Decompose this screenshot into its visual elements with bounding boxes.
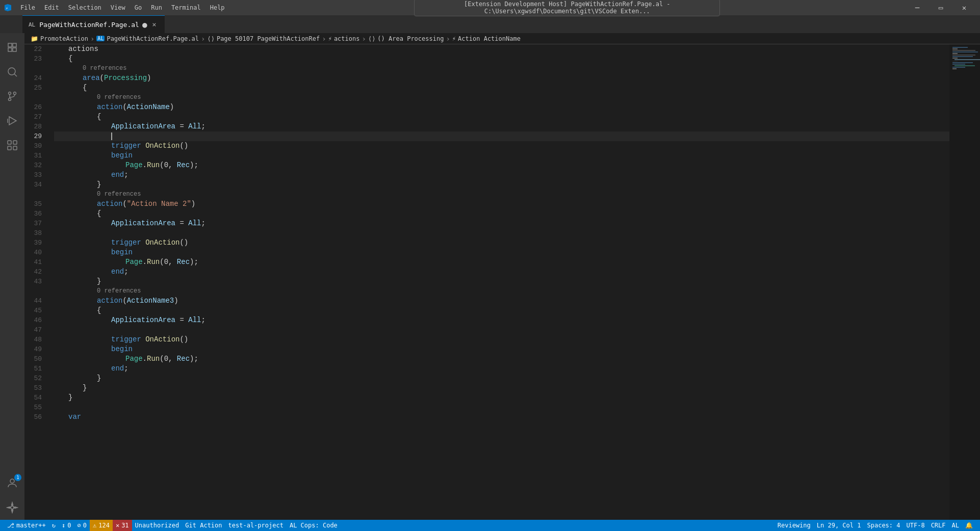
breadcrumb-al-badge[interactable]: AL PageWithActionRef.Page.al bbox=[96, 35, 199, 42]
tab-al-badge: AL bbox=[29, 21, 35, 28]
remote-button[interactable]: ↕ 0 bbox=[59, 520, 74, 531]
cursor-position[interactable]: Ln 29, Col 1 bbox=[814, 520, 864, 531]
breadcrumb-sep-5: › bbox=[446, 35, 450, 43]
git-branch-label: master++ bbox=[16, 522, 46, 529]
errors-button[interactable]: ⊘ 0 bbox=[74, 520, 90, 531]
ln-48: 48 bbox=[24, 335, 46, 344]
path-breadcrumb: [Extension Development Host] PageWithAct… bbox=[233, 0, 901, 16]
minimize-button[interactable]: ─ bbox=[906, 0, 929, 15]
line-ending[interactable]: CRLF bbox=[928, 520, 949, 531]
page-icon: ⟨⟩ bbox=[207, 35, 214, 42]
indentation[interactable]: Spaces: 4 bbox=[864, 520, 903, 531]
app-container: AL PageWithActionRef.Page.al ● × bbox=[0, 15, 980, 531]
code-line-30: trigger OnAction() bbox=[54, 141, 949, 151]
problems-icon: ✕ bbox=[116, 522, 119, 529]
svg-marker-11 bbox=[9, 117, 16, 125]
ln-34: 34 bbox=[24, 180, 46, 190]
activity-settings[interactable] bbox=[0, 495, 24, 520]
tab-label: PageWithActionRef.Page.al bbox=[39, 21, 139, 29]
problems-count[interactable]: ✕ 31 bbox=[113, 520, 132, 531]
project-name[interactable]: test-al-project bbox=[225, 520, 287, 531]
code-line-45: { bbox=[54, 306, 949, 315]
unauthorized-status[interactable]: Unauthorized bbox=[132, 520, 183, 531]
code-line-38 bbox=[54, 228, 949, 238]
menu-selection[interactable]: Selection bbox=[64, 3, 106, 12]
code-line-31: begin bbox=[54, 151, 949, 161]
tab-close-button[interactable]: × bbox=[150, 20, 159, 29]
svg-rect-14 bbox=[13, 141, 17, 144]
code-content[interactable]: actions { 0 references area(Processing) bbox=[50, 44, 949, 520]
git-branch[interactable]: ⎇ master++ bbox=[4, 520, 49, 531]
ln-ref1 bbox=[24, 64, 46, 73]
notification-bell[interactable]: 🔔 bbox=[962, 520, 976, 531]
maximize-button[interactable]: ▭ bbox=[929, 0, 952, 15]
tab-modified-dot: ● bbox=[142, 20, 147, 30]
menu-terminal[interactable]: Terminal bbox=[167, 3, 205, 12]
ln-52: 52 bbox=[24, 374, 46, 383]
code-line-49: begin bbox=[54, 344, 949, 354]
ln-36: 36 bbox=[24, 209, 46, 219]
ln-39: 39 bbox=[24, 238, 46, 248]
remote-icon: ↕ bbox=[62, 522, 65, 529]
code-line-24: area(Processing) bbox=[54, 73, 949, 83]
path-input[interactable]: [Extension Development Host] PageWithAct… bbox=[414, 0, 720, 16]
git-action[interactable]: Git Action bbox=[182, 520, 225, 531]
code-editor[interactable]: 22 23 24 25 26 27 28 29 30 31 32 33 34 bbox=[24, 44, 980, 520]
warnings-button[interactable]: ⚠ 124 bbox=[90, 520, 113, 531]
ln-42: 42 bbox=[24, 267, 46, 277]
activity-extensions[interactable] bbox=[0, 133, 24, 157]
sync-button[interactable]: ↻ bbox=[49, 520, 59, 531]
activity-search[interactable] bbox=[0, 60, 24, 84]
tab-page-with-action-ref[interactable]: AL PageWithActionRef.Page.al ● × bbox=[22, 15, 165, 33]
ln-37: 37 bbox=[24, 219, 46, 228]
ln-26: 26 bbox=[24, 102, 46, 112]
breadcrumb-actions[interactable]: ⚡ actions bbox=[328, 35, 360, 42]
minimap bbox=[949, 44, 980, 520]
menu-file[interactable]: File bbox=[16, 3, 39, 12]
reviewing-label: Reviewing bbox=[778, 522, 811, 529]
status-bar: ⎇ master++ ↻ ↕ 0 ⊘ 0 ⚠ 124 ✕ 31 Unauthor… bbox=[0, 520, 980, 531]
breadcrumb-action-name[interactable]: ⚡ Action ActionName bbox=[452, 35, 521, 42]
cops-status[interactable]: AL Cops: Code bbox=[287, 520, 341, 531]
tab-bar: AL PageWithActionRef.Page.al ● × bbox=[0, 15, 980, 33]
activity-accounts[interactable]: 1 bbox=[0, 471, 24, 495]
breadcrumb-page[interactable]: ⟨⟩ Page 50107 PageWithActionRef bbox=[207, 35, 320, 42]
breadcrumb-promote-action[interactable]: 📁 PromoteAction bbox=[31, 35, 88, 42]
ln-ref2 bbox=[24, 93, 46, 102]
activity-bar: 1 bbox=[0, 33, 24, 520]
ln-ref3 bbox=[24, 190, 46, 199]
folder-icon: 📁 bbox=[31, 35, 38, 42]
menu-view[interactable]: View bbox=[107, 3, 130, 12]
breadcrumb-area-processing[interactable]: ⟨⟩ () Area Processing bbox=[368, 35, 444, 42]
encoding[interactable]: UTF-8 bbox=[904, 520, 928, 531]
editor-area: 📁 PromoteAction › AL PageWithActionRef.P… bbox=[24, 33, 980, 520]
code-line-37: ApplicationArea = All; bbox=[54, 219, 949, 228]
code-line-47 bbox=[54, 325, 949, 335]
ref-count-4: 0 references bbox=[54, 286, 949, 296]
menu-help[interactable]: Help bbox=[206, 3, 229, 12]
position-label: Ln 29, Col 1 bbox=[817, 522, 861, 529]
titlebar: ⚡ File Edit Selection View Go Run Termin… bbox=[0, 0, 980, 15]
ln-24: 24 bbox=[24, 73, 46, 83]
code-line-42: end; bbox=[54, 267, 949, 277]
close-button[interactable]: ✕ bbox=[952, 0, 976, 15]
language-mode[interactable]: AL bbox=[949, 520, 962, 531]
svg-rect-2 bbox=[13, 43, 16, 47]
activity-explorer[interactable] bbox=[0, 35, 24, 60]
activity-run-debug[interactable] bbox=[0, 109, 24, 133]
activity-source-control[interactable] bbox=[0, 84, 24, 109]
code-line-40: begin bbox=[54, 248, 949, 257]
code-line-43: } bbox=[54, 277, 949, 286]
svg-rect-16 bbox=[13, 146, 17, 150]
reviewing-status[interactable]: Reviewing bbox=[775, 520, 814, 531]
area-icon: ⟨⟩ bbox=[368, 35, 375, 42]
ln-28: 28 bbox=[24, 122, 46, 131]
breadcrumb-sep-4: › bbox=[362, 35, 366, 43]
menu-edit[interactable]: Edit bbox=[40, 3, 63, 12]
ln-32: 32 bbox=[24, 161, 46, 170]
menu-run[interactable]: Run bbox=[147, 3, 166, 12]
ln-47: 47 bbox=[24, 325, 46, 335]
line-numbers: 22 23 24 25 26 27 28 29 30 31 32 33 34 bbox=[24, 44, 50, 520]
ln-50: 50 bbox=[24, 354, 46, 364]
menu-go[interactable]: Go bbox=[131, 3, 146, 12]
